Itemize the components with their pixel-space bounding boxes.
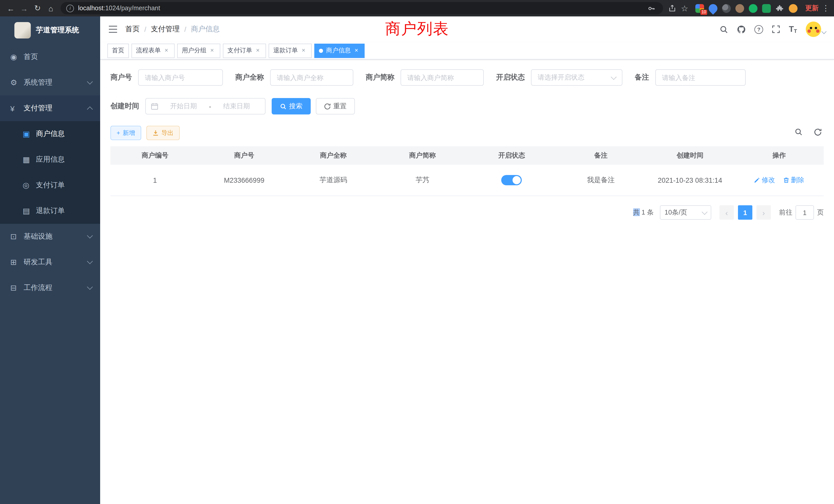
- status-toggle[interactable]: [502, 175, 522, 185]
- breadcrumb-home[interactable]: 首页: [125, 25, 140, 34]
- user-avatar[interactable]: [806, 22, 826, 37]
- dashboard-icon: ◉: [10, 52, 24, 62]
- sidebar-item-pay-order[interactable]: ◎ 支付订单: [0, 173, 100, 198]
- app-grid-icon: ▦: [23, 155, 36, 164]
- extension-icon-avatar[interactable]: [736, 4, 744, 13]
- col-merchant-no: 商户号: [199, 146, 289, 165]
- reset-button[interactable]: 重置: [316, 98, 355, 114]
- sidebar-item-home[interactable]: ◉ 首页: [0, 44, 100, 70]
- start-date-placeholder[interactable]: 开始日期: [160, 101, 207, 111]
- logo-title: 芋道管理系统: [36, 26, 79, 35]
- tab-pay-order[interactable]: 支付订单 ×: [223, 43, 266, 58]
- extension-icon-green-circle[interactable]: [749, 4, 758, 13]
- sidebar-item-merchant-info[interactable]: ▣ 商户信息: [0, 121, 100, 147]
- url-text: localhost:1024/pay/merchant: [78, 5, 160, 12]
- github-icon[interactable]: [737, 25, 746, 33]
- extension-icon-colorful[interactable]: 10: [695, 4, 704, 13]
- tab-refund-order[interactable]: 退款订单 ×: [269, 43, 312, 58]
- sidebar-toggle-icon[interactable]: [108, 26, 117, 33]
- plus-icon: +: [116, 129, 120, 137]
- extension-icon-blue-drop[interactable]: [707, 2, 719, 14]
- extensions-puzzle-icon[interactable]: [775, 4, 784, 13]
- browser-update-button[interactable]: 更新: [805, 4, 818, 13]
- merchant-no-input[interactable]: [138, 69, 223, 86]
- search-button[interactable]: 搜索: [272, 98, 311, 114]
- site-info-icon[interactable]: i: [66, 4, 74, 12]
- next-page-button[interactable]: ›: [756, 205, 771, 220]
- browser-forward-button[interactable]: →: [18, 2, 31, 15]
- close-icon[interactable]: ×: [163, 47, 170, 54]
- short-name-input[interactable]: [400, 69, 484, 86]
- sidebar-item-app-info[interactable]: ▦ 应用信息: [0, 147, 100, 173]
- sidebar-item-system[interactable]: ⚙ 系统管理: [0, 70, 100, 95]
- sidebar-item-infra[interactable]: ⊡ 基础设施: [0, 224, 100, 249]
- calendar-icon: [151, 102, 158, 110]
- sidebar-item-label: 支付管理: [24, 104, 52, 113]
- filter-row-2: 创建时间 开始日期 - 结束日期 搜索 重置: [110, 98, 824, 114]
- page-content: 商户号 商户全称 商户简称 开启状态 请选择开启状态: [100, 60, 834, 220]
- close-icon[interactable]: ×: [300, 47, 307, 54]
- sidebar-item-refund-order[interactable]: ▤ 退款订单: [0, 198, 100, 224]
- close-icon[interactable]: ×: [254, 47, 261, 54]
- sidebar-item-devtools[interactable]: ⊞ 研发工具: [0, 249, 100, 275]
- sidebar-item-payment[interactable]: ¥ 支付管理: [0, 95, 100, 121]
- logo[interactable]: 芋道管理系统: [0, 17, 100, 44]
- toggle-search-icon[interactable]: [794, 128, 803, 138]
- sidebar-item-label: 应用信息: [36, 155, 65, 164]
- password-key-icon[interactable]: [645, 2, 657, 14]
- tags-view: 首页 流程表单 × 用户分组 × 支付订单 × 退款订单 ×: [100, 42, 834, 60]
- page-1-button[interactable]: 1: [738, 205, 752, 220]
- gear-icon: ⚙: [10, 78, 24, 87]
- status-label: 开启状态: [496, 73, 525, 82]
- col-created-at: 创建时间: [645, 146, 734, 165]
- cell-short-name: 芋艿: [378, 165, 467, 196]
- fullscreen-icon[interactable]: [772, 25, 780, 33]
- close-icon[interactable]: ×: [208, 47, 216, 54]
- cell-merchant-id: 1: [110, 165, 199, 196]
- breadcrumb-section: 支付管理: [151, 25, 180, 34]
- full-name-input[interactable]: [270, 69, 353, 86]
- extension-icon-dark-circle[interactable]: [722, 4, 731, 13]
- url-bar[interactable]: i localhost:1024/pay/merchant: [61, 2, 663, 14]
- font-size-icon[interactable]: TT: [789, 25, 797, 34]
- chevron-down-icon: [87, 284, 93, 290]
- yen-icon: ¥: [10, 104, 24, 113]
- profile-avatar-icon[interactable]: [789, 4, 797, 13]
- browser-home-button[interactable]: ⌂: [44, 2, 58, 15]
- table-row: 1 M233666999 芋道源码 芋艿 我是备注 2021-10-23 08:…: [110, 165, 824, 196]
- search-icon: [280, 103, 287, 110]
- delete-button[interactable]: 删除: [783, 176, 804, 185]
- refresh-table-icon[interactable]: [814, 128, 822, 138]
- remark-input[interactable]: [655, 69, 746, 86]
- bookmark-star-icon[interactable]: ☆: [678, 2, 691, 14]
- share-icon[interactable]: [666, 2, 678, 14]
- browser-back-button[interactable]: ←: [4, 2, 18, 15]
- page-size-select[interactable]: 10条/页: [660, 205, 711, 220]
- tab-user-group[interactable]: 用户分组 ×: [177, 43, 220, 58]
- briefcase-icon: ⊟: [10, 283, 24, 293]
- browser-menu-icon[interactable]: ⋮: [822, 4, 830, 13]
- tab-home[interactable]: 首页: [107, 43, 129, 58]
- merchant-table: 商户编号 商户号 商户全称 商户简称 开启状态 备注 创建时间 操作 1: [110, 146, 824, 196]
- help-icon[interactable]: ?: [754, 25, 763, 33]
- sidebar-item-workflow[interactable]: ⊟ 工作流程: [0, 275, 100, 301]
- chevron-down-icon: [611, 74, 617, 80]
- status-select[interactable]: 请选择开启状态: [531, 69, 622, 86]
- edit-button[interactable]: 修改: [754, 176, 775, 185]
- navbar-actions: ? TT: [720, 22, 826, 37]
- tab-merchant-info[interactable]: 商户信息 ×: [314, 43, 365, 58]
- prev-page-button[interactable]: ‹: [720, 205, 734, 220]
- end-date-placeholder[interactable]: 结束日期: [213, 101, 260, 111]
- export-button[interactable]: 导出: [146, 126, 180, 140]
- goto-page-input[interactable]: [795, 205, 814, 220]
- create-time-range-picker[interactable]: 开始日期 - 结束日期: [145, 98, 265, 114]
- tab-process-form[interactable]: 流程表单 ×: [131, 43, 175, 58]
- browser-reload-button[interactable]: ↻: [31, 2, 44, 15]
- header-search-icon[interactable]: [720, 25, 728, 33]
- chevron-down-icon: [702, 209, 708, 215]
- add-button[interactable]: + 新增: [110, 126, 141, 140]
- toolbox-icon: ⊞: [10, 258, 24, 267]
- sidebar: 芋道管理系统 ◉ 首页 ⚙ 系统管理 ¥ 支付管理 ▣ 商户信息: [0, 17, 100, 504]
- extension-icon-green-square[interactable]: [762, 4, 771, 13]
- close-icon[interactable]: ×: [353, 47, 360, 54]
